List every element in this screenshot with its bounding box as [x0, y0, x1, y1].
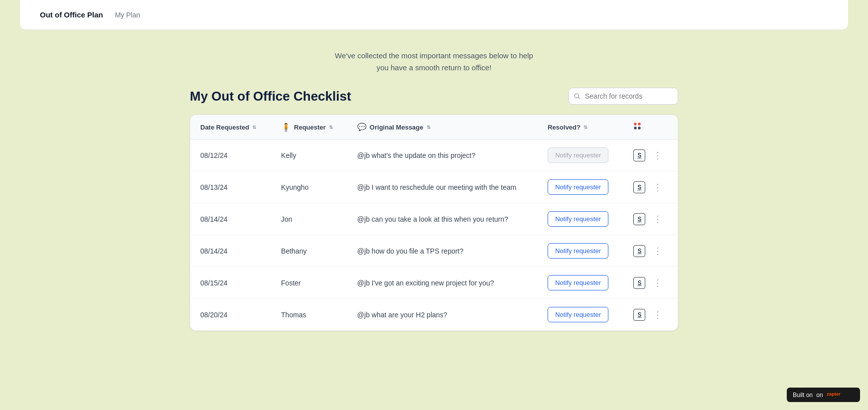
table-row: 08/15/24 Foster @jb I've got an exciting…	[190, 267, 678, 299]
search-wrapper	[569, 88, 678, 105]
cell-requester: Kelly	[271, 139, 347, 171]
notify-requester-button[interactable]: Notify requester	[548, 211, 608, 227]
svg-line-1	[578, 97, 579, 99]
table-row: 08/14/24 Bethany @jb how do you file a T…	[190, 235, 678, 267]
notify-requester-button: Notify requester	[548, 147, 608, 163]
more-options-icon[interactable]: ⋮	[651, 180, 664, 195]
top-bar: Out of Office Plan My Plan	[20, 0, 848, 30]
cell-requester: Jon	[271, 203, 347, 235]
cell-actions: S ⋮	[623, 299, 678, 331]
main-content: We've collected the most important messa…	[0, 30, 868, 410]
col-message: 💬 Original Message ⇅	[347, 115, 538, 139]
cell-resolved: Notify requester	[538, 139, 623, 171]
cell-requester: Thomas	[271, 299, 347, 331]
more-options-icon[interactable]: ⋮	[651, 212, 664, 227]
cell-actions: S ⋮	[623, 139, 678, 171]
s-badge[interactable]: S	[633, 213, 645, 225]
subtitle: We've collected the most important messa…	[335, 50, 533, 74]
cell-date: 08/15/24	[190, 267, 271, 299]
cell-requester: Bethany	[271, 235, 347, 267]
svg-rect-5	[638, 127, 641, 130]
svg-rect-4	[634, 127, 637, 130]
col-resolved: Resolved? ⇅	[538, 115, 623, 139]
more-options-icon[interactable]: ⋮	[651, 275, 664, 290]
records-table: Date Requested ⇅ 🧍 Requester ⇅	[190, 115, 678, 330]
svg-text:zapier: zapier	[827, 391, 841, 397]
cell-date: 08/14/24	[190, 203, 271, 235]
cell-message: @jb I've got an exciting new project for…	[347, 267, 538, 299]
filter-icon[interactable]	[633, 123, 641, 132]
svg-rect-3	[638, 123, 641, 126]
s-badge[interactable]: S	[633, 309, 645, 321]
col-actions	[623, 115, 678, 139]
zapier-logo: zapier	[827, 391, 854, 399]
cell-resolved: Notify requester	[538, 171, 623, 203]
checklist-header: My Out of Office Checklist	[190, 88, 678, 105]
checklist-section: My Out of Office Checklist	[190, 88, 678, 331]
table-header-row: Date Requested ⇅ 🧍 Requester ⇅	[190, 115, 678, 139]
notify-requester-button[interactable]: Notify requester	[548, 307, 608, 322]
chat-icon: 💬	[357, 123, 367, 132]
app-title: Out of Office Plan	[40, 10, 103, 19]
more-options-icon[interactable]: ⋮	[651, 244, 664, 259]
notify-requester-button[interactable]: Notify requester	[548, 179, 608, 195]
zapier-badge: Built on on zapier	[787, 388, 860, 402]
cell-resolved: Notify requester	[538, 299, 623, 331]
checklist-title: My Out of Office Checklist	[190, 89, 351, 104]
table-row: 08/13/24 Kyungho @jb I want to reschedul…	[190, 171, 678, 203]
sort-icon-message[interactable]: ⇅	[427, 125, 431, 130]
cell-resolved: Notify requester	[538, 267, 623, 299]
table-row: 08/12/24 Kelly @jb what's the update on …	[190, 139, 678, 171]
notify-requester-button[interactable]: Notify requester	[548, 243, 608, 259]
s-badge[interactable]: S	[633, 181, 645, 193]
sort-icon-requester[interactable]: ⇅	[329, 125, 333, 130]
sort-icon-date[interactable]: ⇅	[252, 125, 256, 130]
more-options-icon[interactable]: ⋮	[651, 307, 664, 322]
search-icon	[574, 93, 580, 100]
notify-requester-button[interactable]: Notify requester	[548, 275, 608, 290]
more-options-icon[interactable]: ⋮	[651, 148, 664, 163]
cell-actions: S ⋮	[623, 171, 678, 203]
col-requester: 🧍 Requester ⇅	[271, 115, 347, 139]
cell-message: @jb can you take a look at this when you…	[347, 203, 538, 235]
cell-requester: Foster	[271, 267, 347, 299]
cell-resolved: Notify requester	[538, 203, 623, 235]
cell-actions: S ⋮	[623, 267, 678, 299]
svg-rect-2	[634, 123, 637, 126]
cell-message: @jb what's the update on this project?	[347, 139, 538, 171]
cell-actions: S ⋮	[623, 203, 678, 235]
cell-message: @jb how do you file a TPS report?	[347, 235, 538, 267]
cell-resolved: Notify requester	[538, 235, 623, 267]
table-card: Date Requested ⇅ 🧍 Requester ⇅	[190, 115, 678, 331]
sort-icon-resolved[interactable]: ⇅	[583, 125, 587, 130]
s-badge[interactable]: S	[633, 149, 645, 161]
cell-date: 08/20/24	[190, 299, 271, 331]
cell-requester: Kyungho	[271, 171, 347, 203]
nav-link[interactable]: My Plan	[115, 11, 141, 19]
cell-date: 08/12/24	[190, 139, 271, 171]
cell-date: 08/13/24	[190, 171, 271, 203]
cell-actions: S ⋮	[623, 235, 678, 267]
cell-message: @jb I want to reschedule our meeting wit…	[347, 171, 538, 203]
person-icon: 🧍	[281, 123, 291, 132]
cell-message: @jb what are your H2 plans?	[347, 299, 538, 331]
col-date: Date Requested ⇅	[190, 115, 271, 139]
table-row: 08/20/24 Thomas @jb what are your H2 pla…	[190, 299, 678, 331]
search-input[interactable]	[569, 88, 678, 105]
cell-date: 08/14/24	[190, 235, 271, 267]
s-badge[interactable]: S	[633, 245, 645, 257]
table-row: 08/14/24 Jon @jb can you take a look at …	[190, 203, 678, 235]
s-badge[interactable]: S	[633, 277, 645, 289]
